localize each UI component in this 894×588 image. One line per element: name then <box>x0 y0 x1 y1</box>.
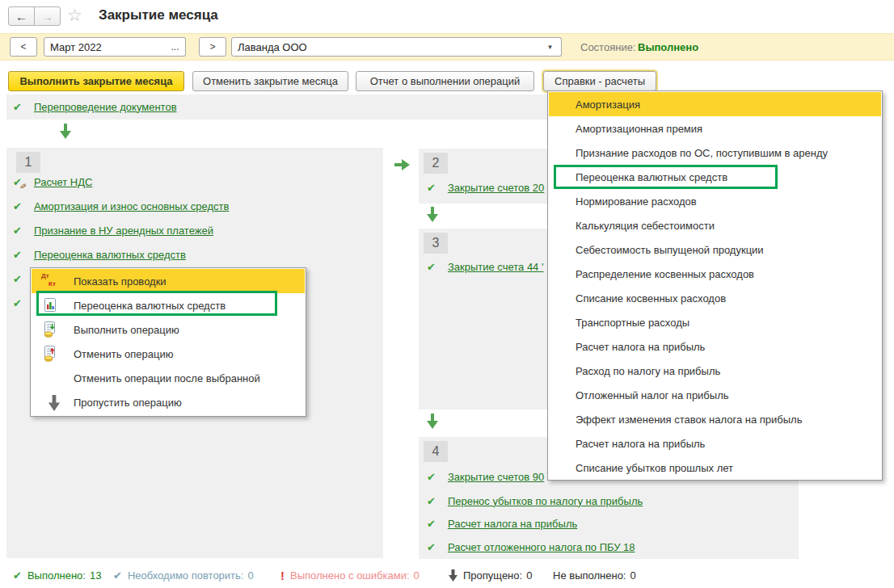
check-icon: ✔ <box>13 225 22 237</box>
dropdown-menu-item[interactable]: Себестоимость выпущеной продукции <box>549 237 881 262</box>
stage-1-number: 1 <box>16 152 40 173</box>
status-label: Состояние: <box>580 41 635 53</box>
reposting-link[interactable]: Перепроведение документов <box>34 101 177 113</box>
operation-link[interactable]: Закрытие счета 44 ' <box>448 261 544 273</box>
cancel-operation-icon <box>42 346 60 362</box>
nav-back-button[interactable]: ← <box>8 6 35 26</box>
dropdown-menu-item[interactable]: Эффект изменения ставок налога на прибыл… <box>549 407 881 431</box>
period-picker-button[interactable]: ... <box>165 37 186 57</box>
stage-2-number: 2 <box>424 153 448 174</box>
organization-input[interactable]: Лаванда ООО <box>231 37 540 57</box>
operations-report-button[interactable]: Отчет о выполнении операций <box>356 71 534 91</box>
check-icon: ✔ <box>427 518 436 530</box>
postings-dtkt-icon: ДтКт <box>41 271 61 291</box>
check-icon: ✔ <box>13 101 22 113</box>
check-icon: ✔ <box>427 495 436 507</box>
operation-link[interactable]: Расчет НДС <box>34 176 93 188</box>
operation-link[interactable]: Расчет отложенного налога по ПБУ 18 <box>448 541 635 553</box>
page-title: Закрытие месяца <box>99 7 218 23</box>
context-menu-item-cancel-after-selected[interactable]: Отменить операции после выбранной <box>32 366 305 390</box>
status-skipped-label: Пропущено: <box>463 569 522 582</box>
context-menu-item-execute-operation[interactable]: Выполнить операцию <box>32 317 305 342</box>
dropdown-menu-item[interactable]: Признание расходов по ОС, поступившим в … <box>549 141 881 165</box>
dropdown-menu-item[interactable]: Расчет налога на прибыль <box>549 431 881 456</box>
references-dropdown-menu: Амортизация Амортизационная премия Призн… <box>547 90 883 481</box>
check-icon: ✔ <box>13 200 22 212</box>
dropdown-menu-item[interactable]: Амортизация <box>549 92 881 116</box>
status-done-value: 13 <box>90 569 101 582</box>
dropdown-menu-item[interactable]: Нормирование расходов <box>549 189 881 213</box>
check-icon: ✔ <box>427 182 436 194</box>
dropdown-menu-item[interactable]: Амортизационная премия <box>549 116 881 141</box>
status-errors: ! Выполнено с ошибками: 0 <box>280 568 420 582</box>
check-icon: ✔ <box>13 569 22 582</box>
stage-4-number: 4 <box>424 441 448 462</box>
status-repeat-label: Необходимо повторить: <box>128 569 244 582</box>
flow-arrow-down-icon <box>427 207 438 222</box>
context-menu-item-skip-operation[interactable]: Пропустить операцию <box>32 390 305 414</box>
check-edited-icon: ✔✎ <box>13 176 22 188</box>
flow-arrow-right-icon <box>394 159 410 170</box>
status-skipped-value: 0 <box>526 569 532 582</box>
status-errors-label: Выполнено с ошибками: <box>290 569 410 582</box>
status-errors-value: 0 <box>414 569 420 582</box>
context-menu-item-show-postings[interactable]: ДтКт Показать проводки <box>32 269 305 293</box>
exclamation-icon: ! <box>280 569 285 582</box>
operation-link[interactable]: Амортизация и износ основных средств <box>34 200 229 212</box>
back-arrow-icon: ← <box>15 10 27 23</box>
skip-arrow-icon <box>45 395 63 411</box>
flow-arrow-down-icon <box>427 414 438 429</box>
dropdown-menu-item[interactable]: Распределение косвенных расходов <box>549 262 881 286</box>
favorite-star-icon[interactable]: ☆ <box>67 6 82 25</box>
check-icon: ✔ <box>13 249 22 261</box>
check-icon: ✔ <box>427 261 436 273</box>
operation-link[interactable]: Закрытие счетов 90 <box>448 471 544 483</box>
dropdown-menu-item[interactable]: Калькуляция себестоимости <box>549 213 881 237</box>
execute-operation-icon <box>42 321 60 338</box>
dropdown-menu-item[interactable]: Списание убытков прошлых лет <box>549 456 881 480</box>
nav-forward-button[interactable]: → <box>34 6 61 26</box>
dropdown-menu-item[interactable]: Отложенный налог на прибыль <box>549 383 881 407</box>
context-menu-item-currency-revaluation[interactable]: Переоценка валютных средств <box>32 293 305 317</box>
status-skipped: Пропущено: 0 <box>449 568 532 582</box>
dropdown-menu-item[interactable]: Расчет налога на прибыль <box>549 334 881 359</box>
dropdown-menu-item[interactable]: Переоценка валютных средств <box>549 165 881 189</box>
execute-closing-button[interactable]: Выполнить закрытие месяца <box>8 71 184 91</box>
operation-link[interactable]: Признание в НУ арендных платежей <box>34 225 213 237</box>
operation-link[interactable]: Расчет налога на прибыль <box>448 518 577 530</box>
check-icon: ✔ <box>13 297 22 309</box>
check-icon: ✔ <box>427 471 436 483</box>
cancel-closing-button[interactable]: Отменить закрытие месяца <box>192 71 348 91</box>
organization-dropdown-button[interactable]: ▾ <box>539 37 562 57</box>
skip-arrow-icon <box>449 569 458 582</box>
status-done: ✔ Выполнено: 13 <box>13 568 101 582</box>
dropdown-menu-item[interactable]: Транспортные расходы <box>549 310 881 334</box>
operation-link[interactable]: Переоценка валютных средств <box>34 249 186 261</box>
status-not-done: Не выполнено: 0 <box>553 568 636 582</box>
forward-arrow-icon: → <box>41 10 53 23</box>
check-icon: ✔ <box>113 569 122 582</box>
chevron-down-icon: ▾ <box>548 43 552 51</box>
status-not-done-value: 0 <box>630 569 635 582</box>
stage-3-number: 3 <box>424 233 448 254</box>
operation-link[interactable]: Закрытие счетов 20 <box>448 182 544 194</box>
prev-period-button[interactable]: < <box>10 37 37 57</box>
references-calculations-button[interactable]: Справки - расчеты <box>543 71 656 91</box>
check-icon: ✔ <box>13 273 22 285</box>
operation-context-menu: ДтКт Показать проводки Переоценка валютн… <box>30 267 306 417</box>
status-repeat: ✔ Необходимо повторить: 0 <box>113 568 254 582</box>
check-icon: ✔ <box>427 541 436 553</box>
operation-link[interactable]: Перенос убытков по налогу на прибыль <box>448 495 643 507</box>
context-menu-item-cancel-operation[interactable]: Отменить операцию <box>32 342 305 366</box>
status-value: Выполнено <box>638 41 698 53</box>
period-input[interactable]: Март 2022 <box>44 37 166 57</box>
report-icon <box>42 297 60 313</box>
status-not-done-label: Не выполнено: <box>553 569 626 582</box>
next-period-button[interactable]: > <box>199 37 226 57</box>
dropdown-menu-item[interactable]: Списание косвенных расходов <box>549 286 881 310</box>
dropdown-menu-item[interactable]: Расход по налогу на прибыль <box>549 359 881 383</box>
month-closing-window: ← → ☆ Закрытие месяца < Март 2022 ... > … <box>0 0 894 588</box>
flow-arrow-down-icon <box>60 124 71 139</box>
status-done-label: Выполнено: <box>27 569 86 582</box>
status-repeat-value: 0 <box>247 569 253 582</box>
